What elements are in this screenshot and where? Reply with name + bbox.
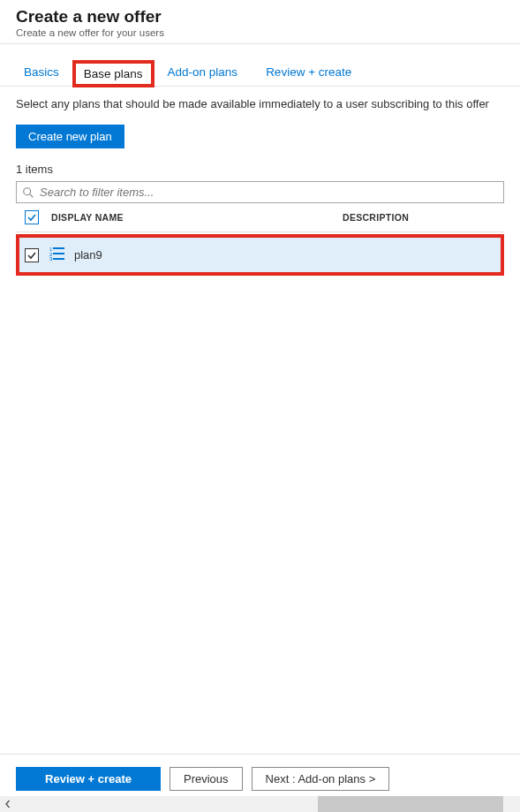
items-count: 1 items — [16, 163, 504, 176]
row-checkbox[interactable] — [25, 248, 39, 262]
svg-rect-7 — [53, 258, 64, 260]
search-icon — [22, 186, 34, 199]
table-header-row: DISPLAY NAME DESCRIPTION — [16, 203, 504, 232]
scroll-thumb[interactable] — [318, 796, 503, 812]
tab-basics[interactable]: Basics — [16, 60, 67, 86]
horizontal-scrollbar[interactable] — [0, 796, 520, 812]
svg-rect-3 — [53, 247, 64, 249]
search-input[interactable] — [40, 186, 498, 199]
svg-point-0 — [24, 187, 31, 194]
highlighted-row: 1 2 3 plan9 — [16, 234, 504, 276]
page-subtitle: Create a new offer for your users — [16, 27, 504, 38]
row-display-name: plan9 — [74, 248, 102, 262]
select-all-checkbox[interactable] — [25, 210, 39, 224]
column-display-name[interactable]: DISPLAY NAME — [51, 212, 343, 223]
tab-addon-plans[interactable]: Add-on plans — [160, 60, 246, 86]
instruction-text: Select any plans that should be made ava… — [16, 97, 504, 110]
tab-review-create[interactable]: Review + create — [258, 60, 359, 86]
content-area: Select any plans that should be made ava… — [0, 87, 520, 276]
table-row[interactable]: 1 2 3 plan9 — [19, 238, 501, 272]
create-new-plan-button[interactable]: Create new plan — [16, 125, 124, 148]
svg-rect-5 — [53, 253, 64, 254]
previous-button[interactable]: Previous — [170, 767, 243, 791]
svg-line-1 — [30, 194, 34, 197]
tab-base-plans[interactable]: Base plans — [72, 60, 154, 87]
plan-list-icon: 1 2 3 — [49, 247, 65, 263]
plans-table: DISPLAY NAME DESCRIPTION 1 2 3 — [16, 203, 504, 276]
page-title: Create a new offer — [16, 7, 504, 27]
tab-bar: Basics Base plans Add-on plans Review + … — [0, 60, 520, 87]
footer-bar: Review + create Previous Next : Add-on p… — [0, 754, 520, 791]
review-create-button[interactable]: Review + create — [16, 767, 161, 791]
search-box[interactable] — [16, 181, 504, 203]
column-description[interactable]: DESCRIPTION — [343, 212, 409, 223]
svg-text:3: 3 — [49, 256, 53, 261]
next-button[interactable]: Next : Add-on plans > — [252, 767, 390, 791]
page-header: Create a new offer Create a new offer fo… — [0, 0, 520, 44]
scroll-left-icon[interactable] — [0, 796, 16, 812]
